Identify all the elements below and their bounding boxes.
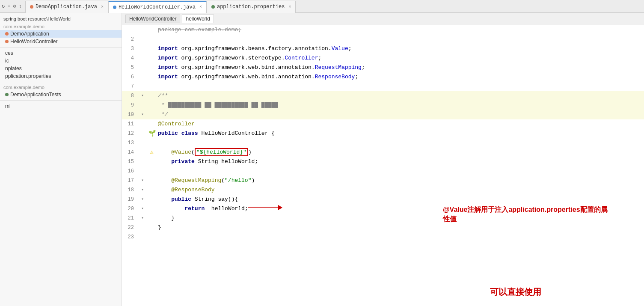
line-gutter (137, 148, 148, 157)
line-number: 5 (122, 63, 137, 72)
sidebar-group-label-0: com.example.demo (0, 23, 122, 30)
sidebar-item-1-3[interactable]: pplication.properties (0, 72, 122, 80)
line-content (156, 166, 644, 176)
tab-hello-ctrl[interactable]: HelloWorldController.java× (108, 1, 207, 13)
line-number: 15 (122, 157, 137, 166)
tab-close-hello-ctrl[interactable]: × (199, 5, 202, 9)
line-content: @Controller (156, 119, 644, 129)
line-number: 6 (122, 72, 137, 82)
sidebar-item-label: pplication.properties (5, 73, 51, 79)
line-icon: ⚠ (148, 148, 156, 157)
line-icon (148, 25, 156, 35)
code-line-19: 19▾ public String say(){ (122, 195, 644, 204)
line-icon (148, 176, 156, 185)
fold-button[interactable]: ▾ (141, 195, 144, 204)
code-line-6: 6import org.springframework.web.bind.ann… (122, 72, 644, 82)
code-line-1: package com.example.demo; (122, 25, 644, 35)
arrow-icon (248, 204, 282, 210)
line-gutter (137, 35, 148, 44)
code-line-23: 23 (122, 232, 644, 242)
fold-button[interactable]: ▾ (141, 204, 144, 214)
line-gutter (137, 63, 148, 72)
sidebar-item-0-1[interactable]: HelloWorldController (0, 38, 122, 45)
line-number: 19 (122, 195, 137, 204)
code-line-10: 10▾ */ (122, 110, 644, 119)
line-gutter: ▾ (137, 185, 148, 195)
tab-label-app-props: application.properties (217, 4, 285, 10)
editor-area[interactable]: package com.example.demo;23import org.sp… (122, 25, 644, 306)
line-number: 7 (122, 82, 137, 91)
line-gutter (137, 82, 148, 91)
code-line-15: 15 private String helloWorld; (122, 157, 644, 166)
method-tab-helloworldcontroller[interactable]: HelloWorldController (125, 15, 180, 23)
line-number: 23 (122, 232, 137, 242)
fold-button[interactable]: ▾ (141, 110, 144, 119)
line-content (156, 232, 644, 242)
sidebar-group-label-2: com.example.demo (0, 84, 122, 91)
code-line-3: 3import org.springframework.beans.factor… (122, 44, 644, 53)
sidebar-item-2-0[interactable]: DemoApplicationTests (0, 91, 122, 98)
sidebar-item-1-2[interactable]: nplates (0, 65, 122, 72)
sidebar-item-1-1[interactable]: ic (0, 57, 122, 65)
line-gutter (137, 72, 148, 82)
line-content: import org.springframework.beans.factory… (156, 44, 644, 53)
line-number: 11 (122, 119, 137, 129)
line-gutter: ▾ (137, 91, 148, 101)
line-number: 22 (122, 223, 137, 232)
line-number: 20 (122, 204, 137, 214)
tab-dot-hello-ctrl (113, 6, 116, 9)
line-number: 4 (122, 53, 137, 63)
callout-value-annotation: @Value注解用于注入application.properties配置的属 性… (443, 205, 608, 224)
sidebar-item-label: ml (5, 103, 11, 109)
line-content: * ██████████ ██ ██████████ ██ █████ (156, 101, 644, 110)
spring-icon: 🌱 (148, 129, 156, 138)
code-line-11: 11@Controller (122, 119, 644, 129)
tab-label-demo-app: DemoApplication.java (36, 4, 97, 10)
tab-demo-app[interactable]: DemoApplication.java× (25, 1, 108, 13)
code-line-18: 18▾ @ResponseBody (122, 185, 644, 195)
tab-app-props[interactable]: application.properties× (207, 1, 296, 13)
line-gutter (137, 223, 148, 232)
split-icon[interactable]: ≡ (7, 3, 10, 9)
sidebar-item-3-0[interactable]: ml (0, 102, 122, 110)
line-gutter (137, 157, 148, 166)
sidebar-item-0-0[interactable]: DemoApplication (0, 30, 122, 38)
sidebar-path: spring boot resource\HelloWorld (0, 15, 122, 23)
code-line-17: 17▾ @RequestMapping("/hello") (122, 176, 644, 185)
line-icon (148, 232, 156, 242)
fold-button[interactable]: ▾ (141, 214, 144, 223)
line-gutter: ▾ (137, 214, 148, 223)
line-number: 14 (122, 148, 137, 157)
gear-icon[interactable]: ⚙ (13, 3, 16, 9)
line-number: 12 (122, 129, 137, 138)
line-gutter (137, 101, 148, 110)
line-content: /** (156, 91, 644, 101)
tab-close-app-props[interactable]: × (288, 5, 291, 9)
line-icon (148, 53, 156, 63)
line-icon (148, 166, 156, 176)
resize-icon[interactable]: ↕ (19, 3, 22, 9)
line-content: } (156, 223, 644, 232)
method-tab-helloworld[interactable]: helloWorld (182, 15, 214, 23)
line-gutter: ▾ (137, 176, 148, 185)
line-gutter: ▾ (137, 110, 148, 119)
line-gutter (137, 53, 148, 63)
line-number: 2 (122, 35, 137, 44)
line-icon: 🌱 (148, 129, 156, 138)
method-tabs: HelloWorldControllerhelloWorld (122, 13, 644, 25)
fold-button[interactable]: ▾ (141, 91, 144, 101)
orange-dot (5, 32, 9, 36)
line-number: 16 (122, 166, 137, 176)
orange-dot (5, 40, 9, 43)
sidebar-item-1-0[interactable]: ces (0, 49, 122, 57)
line-icon (148, 214, 156, 223)
line-content: import org.springframework.web.bind.anno… (156, 63, 644, 72)
fold-button[interactable]: ▾ (141, 185, 144, 195)
tab-close-demo-app[interactable]: × (101, 5, 104, 9)
line-icon (148, 223, 156, 232)
fold-button[interactable]: ▾ (141, 176, 144, 185)
line-content: public class HelloWorldController { (156, 129, 644, 138)
sync-icon[interactable]: ↻ (2, 3, 5, 9)
green-dot (5, 93, 9, 96)
line-number: 17 (122, 176, 137, 185)
